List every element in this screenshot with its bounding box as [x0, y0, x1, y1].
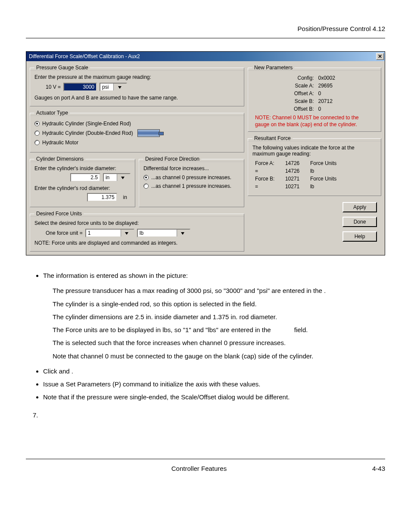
fb-k: Force B: [255, 176, 282, 182]
svg-marker-3 [181, 232, 184, 235]
footer-title: Controller Features [171, 465, 227, 472]
np-offsetb-v: 0 [318, 106, 374, 112]
page: Position/Pressure Control 4.12 Different… [0, 0, 411, 532]
fb-lbu: lb [310, 184, 374, 190]
np-config-k: Config: [255, 75, 314, 81]
sub-4: The Force units are to be displayed in l… [53, 326, 385, 334]
inside-unit-value: in [104, 174, 117, 181]
actuator-legend: Actuator Type [34, 110, 70, 116]
pressure-unit-combo[interactable]: psi [100, 83, 127, 91]
fa-lb: 14726 [285, 168, 307, 174]
pressure-unit-value: psi [100, 84, 113, 90]
chevron-down-icon[interactable] [177, 230, 190, 236]
fa-u: Force Units [310, 160, 374, 166]
cylinder-dimensions-group: Cylinder Dimensions Enter the cylinder's… [30, 156, 135, 207]
sub-1: The pressure transducer has a max readin… [53, 286, 385, 295]
resultant-table: Force A:14726Force Units =14726lb Force … [252, 159, 377, 190]
footer-rule [26, 459, 385, 459]
actuator-opt-motor[interactable]: Hydraulic Motor [34, 138, 240, 147]
direction-opt2-label: ...as channel 1 pressure increases. [151, 183, 231, 189]
voltage-label: 10 V = [46, 84, 61, 90]
force-direction-group: Desired Force Direction Differential for… [139, 156, 244, 207]
np-scaleb-v: 20712 [318, 98, 374, 104]
svg-marker-1 [121, 177, 125, 179]
np-scalea-k: Scale A: [255, 83, 314, 89]
chevron-down-icon[interactable] [113, 84, 126, 90]
direction-opt-ch0[interactable]: ...as channel 0 pressure increases. [143, 173, 240, 182]
bullet-2: Click and . [43, 367, 385, 376]
bullet-4: Note that if the pressure were single-en… [43, 393, 385, 401]
direction-lead: Differential force increases... [143, 165, 209, 171]
force-unit-unit: lb [138, 230, 177, 236]
direction-opt1-label: ...as channel 0 pressure increases. [151, 174, 231, 180]
np-offsetb-k: Offset B: [255, 106, 314, 112]
header-rule [26, 38, 385, 38]
radio-icon[interactable] [34, 121, 40, 126]
np-config-v: 0x0002 [318, 75, 374, 81]
apply-button[interactable]: Apply [342, 202, 377, 212]
dialog-titlebar[interactable]: Differential Force Scale/Offset Calibrat… [26, 52, 385, 61]
one-force-unit-label: One force unit = [46, 230, 83, 236]
fb-lb: 10271 [285, 184, 307, 190]
np-offseta-k: Offset A: [255, 90, 314, 96]
dialog-title: Differential Force Scale/Offset Calibrat… [29, 53, 140, 59]
force-units-prompt: Select the desired force units to be dis… [34, 220, 139, 226]
force-units-legend: Desired Force Units [34, 211, 84, 217]
fa-eq: = [255, 168, 282, 174]
actuator-opt-single[interactable]: Hydraulic Cylinder (Single-Ended Rod) [34, 119, 240, 128]
sub-2: The cylinder is a single-ended rod, so t… [53, 300, 385, 308]
radio-icon[interactable] [143, 184, 149, 189]
fa-v: 14726 [285, 160, 307, 166]
sub-3: The cylinder dimensions are 2.5 in. insi… [53, 313, 385, 321]
radio-icon[interactable] [34, 140, 40, 145]
actuator-opt3-label: Hydraulic Motor [42, 140, 78, 146]
force-unit-value-combo[interactable]: 1 [85, 229, 134, 237]
direction-legend: Desired Force Direction [143, 156, 201, 162]
resultant-force-group: Resultant Force The following values ind… [248, 135, 381, 196]
help-button[interactable]: Help [342, 231, 377, 242]
radio-icon[interactable] [34, 131, 40, 136]
inside-unit-combo[interactable]: in [103, 173, 131, 182]
bullet-3: Issue a Set Parameters (P) command to in… [43, 380, 385, 389]
direction-opt-ch1[interactable]: ...as channel 1 pressure increases. [143, 182, 240, 190]
bullet-1: The information is entered as shown in t… [43, 271, 385, 280]
footer-page-no: 4-43 [372, 465, 385, 472]
force-units-note: NOTE: Force units are displayed and comm… [34, 240, 177, 246]
dialog-buttons: Apply Done Help [248, 199, 381, 246]
done-button[interactable]: Done [342, 217, 377, 227]
new-params-legend: New Parameters [252, 65, 294, 71]
chevron-down-icon[interactable] [121, 230, 134, 236]
np-scalea-v: 29695 [318, 83, 374, 89]
rod-dia-input[interactable] [87, 193, 117, 202]
actuator-opt-double[interactable]: Hydraulic Cylinder (Double-Ended Rod) [34, 128, 240, 138]
resultant-legend: Resultant Force [252, 135, 293, 141]
fb-v: 10271 [285, 176, 307, 182]
actuator-opt2-label: Hydraulic Cylinder (Double-Ended Rod) [42, 130, 133, 136]
new-params-table: Config:0x0002 Scale A:29695 Offset A:0 S… [252, 74, 377, 113]
actuator-opt1-label: Hydraulic Cylinder (Single-Ended Rod) [42, 121, 131, 127]
dimensions-legend: Cylinder Dimensions [34, 156, 85, 162]
pressure-gauge-group: Pressure Gauge Scale Enter the pressure … [30, 65, 244, 106]
inside-dia-input[interactable] [70, 173, 100, 182]
force-unit-value: 1 [86, 230, 121, 236]
pressure-gauge-legend: Pressure Gauge Scale [34, 65, 90, 71]
pressure-note: Gauges on port A and B are assumed to ha… [34, 95, 178, 101]
close-icon[interactable]: ✕ [376, 53, 384, 60]
svg-marker-2 [125, 232, 128, 235]
force-unit-unit-combo[interactable]: lb [137, 229, 190, 237]
fb-eq: = [255, 184, 282, 190]
radio-icon[interactable] [143, 175, 149, 180]
sub-5: The is selected such that the force incr… [53, 339, 385, 347]
pressure-input[interactable] [63, 83, 97, 91]
chevron-down-icon[interactable] [117, 174, 130, 181]
resultant-lead: The following values indicate the force … [252, 145, 377, 157]
sub-6: Note that channel 0 must be connected to… [53, 352, 385, 361]
calibration-dialog: Differential Force Scale/Offset Calibrat… [26, 51, 385, 255]
new-params-note: NOTE: Channel 0 MUST be connected to the… [252, 113, 377, 128]
np-offseta-v: 0 [318, 90, 374, 96]
page-footer: Controller Features 4-43 [26, 462, 385, 472]
force-units-group: Desired Force Units Select the desired f… [30, 211, 244, 252]
svg-marker-0 [118, 86, 121, 89]
page-header: Position/Pressure Control 4.12 [26, 17, 385, 35]
fa-k: Force A: [255, 160, 282, 166]
